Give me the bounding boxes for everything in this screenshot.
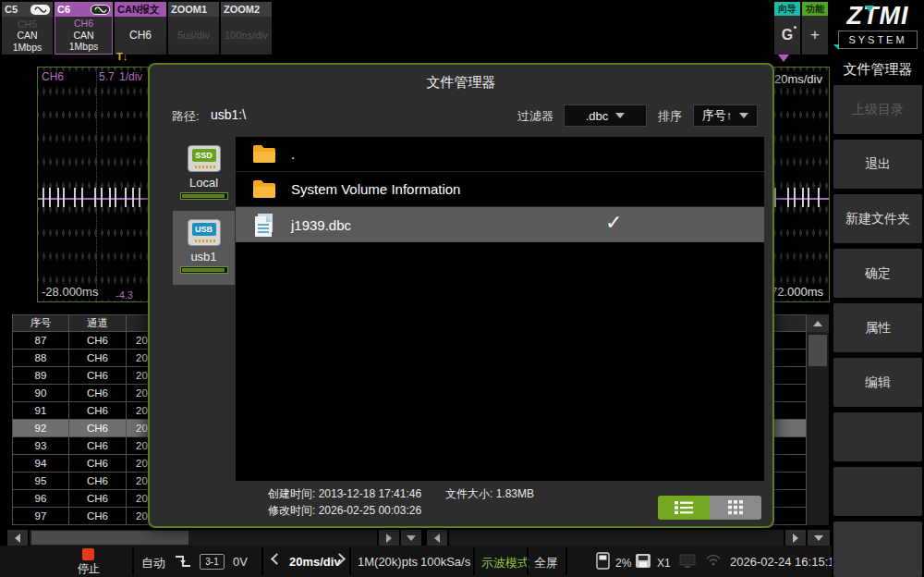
drive-badge: SSD	[192, 149, 216, 162]
sidebar-button-parent-dir[interactable]: 上级目录	[833, 85, 922, 134]
filter-label: 过滤器	[517, 108, 553, 125]
stop-indicator-icon[interactable]	[82, 548, 94, 560]
sidebar-button-empty-2[interactable]	[833, 467, 922, 516]
sidebar-button-confirm[interactable]: 确定	[833, 249, 922, 298]
table-vertical-scrollbar[interactable]	[807, 314, 829, 525]
function-button[interactable]: 功能 +	[802, 2, 828, 55]
timebase-value[interactable]: 20ms/div	[289, 555, 341, 569]
file-name: j1939.dbc	[291, 217, 351, 233]
filter-dropdown[interactable]: .dbc	[564, 104, 647, 127]
ssd-drive-icon: SSD	[188, 145, 221, 172]
trigger-source-box[interactable]: 3-1	[200, 554, 225, 570]
table-cell: 95	[12, 473, 69, 490]
sidebar-button-empty-3[interactable]	[833, 522, 922, 577]
scrollbar-track[interactable]	[30, 530, 377, 546]
left-arrow-icon	[15, 534, 20, 543]
memory-depth-label[interactable]: 1M(20k)pts	[358, 555, 418, 569]
table-cell: 91	[12, 402, 69, 420]
tab-c5-line: CH5	[2, 18, 53, 31]
timebase-decrease-icon[interactable]	[271, 553, 283, 565]
sidebar-button-edit[interactable]: 编辑	[833, 358, 922, 407]
scroll-up-button[interactable]	[807, 314, 829, 332]
drive-badge: USB	[192, 223, 216, 236]
drive-item-local[interactable]: SSDLocal	[173, 137, 235, 211]
tab-zoom2-header: ZOOM2	[221, 2, 272, 17]
sort-dropdown[interactable]: 序号↑	[693, 104, 758, 127]
scroll-down-button[interactable]	[401, 530, 421, 546]
sidebar-button-exit[interactable]: 退出	[833, 140, 922, 189]
table-horizontal-scrollbar-left[interactable]	[7, 530, 419, 546]
tab-zoom2[interactable]: ZOOM2 100ns/div	[221, 2, 272, 55]
signal-tick	[49, 188, 51, 207]
dialog-path-row: 路径: usb1:\ 过滤器 .dbc 排序 序号↑	[150, 104, 772, 128]
scrollbar-track[interactable]	[449, 530, 784, 546]
tab-c6-active[interactable]: C6 CH6 CAN 1Mbps	[55, 2, 113, 55]
divider	[132, 547, 134, 575]
drive-pins	[195, 239, 215, 242]
sort-label: 排序	[658, 108, 682, 125]
scroll-right-button[interactable]	[379, 530, 399, 546]
brand-logo-text: ZTMI	[833, 2, 922, 30]
trigger-level-label[interactable]: 0V	[233, 555, 248, 569]
sidebar-button-properties[interactable]: 属性	[833, 303, 922, 352]
scrollbar-thumb[interactable]	[31, 531, 188, 545]
wizard-button-label: 向导	[774, 2, 800, 16]
file-row[interactable]: System Volume Information	[236, 172, 764, 207]
sidebar-title: 文件管理器	[832, 55, 924, 83]
tab-c5-line: 1Mbps	[2, 42, 53, 54]
signal-tick	[787, 188, 789, 207]
sidebar-menu: 文件管理器 上级目录退出新建文件夹确定属性编辑	[832, 55, 924, 577]
run-stop-label[interactable]: 停止	[69, 561, 108, 577]
usb-drive-icon: USB	[188, 219, 221, 246]
signal-tick	[808, 188, 809, 207]
trigger-time-marker-icon[interactable]: T↓	[116, 51, 128, 62]
drive-item-usb1[interactable]: USBusb1	[173, 211, 235, 285]
trigger-position-marker-icon[interactable]	[778, 55, 789, 62]
tab-zoom1[interactable]: ZOOM1 5us/div	[168, 2, 219, 55]
tab-c6-header: C6	[55, 2, 113, 17]
folder-icon	[252, 144, 276, 164]
time-left-label: -28.000ms	[42, 285, 98, 299]
left-arrow-icon	[434, 534, 440, 543]
timebase-label: 20ms/div	[774, 72, 822, 86]
tab-c5[interactable]: C5 CH5 CAN 1Mbps	[2, 2, 53, 55]
table-cell: 92	[12, 420, 69, 437]
signal-tick	[57, 188, 59, 207]
list-view-button[interactable]	[658, 496, 710, 520]
tab-can-header: CAN报文	[115, 2, 166, 17]
grid-view-button[interactable]	[710, 496, 761, 520]
tab-zoom1-title: ZOOM1	[171, 4, 207, 15]
scroll-left-button[interactable]	[427, 530, 447, 546]
scroll-down-button[interactable]	[808, 530, 830, 546]
table-horizontal-scrollbar-right[interactable]	[427, 530, 830, 546]
trigger-edge-icon[interactable]	[174, 553, 192, 570]
scrollbar-thumb[interactable]	[808, 335, 827, 366]
right-arrow-icon	[793, 534, 798, 543]
down-arrow-icon	[407, 535, 416, 541]
tab-c5-line: CAN	[2, 30, 53, 42]
plus-icon: +	[802, 16, 828, 55]
scroll-left-button[interactable]	[7, 530, 28, 546]
sidebar-button-empty-1[interactable]	[833, 412, 922, 461]
table-cell: 94	[12, 455, 69, 473]
file-icon	[251, 213, 277, 238]
tab-can-message[interactable]: CAN报文 CH6	[115, 2, 166, 55]
trigger-mode-label[interactable]: 自动	[141, 555, 165, 571]
disk-icon	[635, 553, 651, 569]
divider	[565, 547, 567, 575]
fullscreen-label[interactable]: 全屏	[534, 555, 558, 571]
scroll-right-button[interactable]	[785, 530, 806, 546]
file-row[interactable]: j1939.dbc✓	[236, 207, 764, 242]
table-cell: CH6	[69, 508, 127, 525]
tab-zoom2-title: ZOOM2	[224, 4, 260, 15]
table-cell: CH6	[69, 402, 127, 420]
sidebar-button-new-folder[interactable]: 新建文件夹	[833, 194, 922, 243]
datetime-label: 2026-02-24 16:15:18	[730, 555, 842, 569]
file-row[interactable]: .	[236, 137, 764, 172]
magnify-label[interactable]: X1	[657, 557, 671, 570]
wizard-button[interactable]: 向导 G	[774, 2, 800, 55]
scope-mode-label[interactable]: 示波模式	[481, 555, 529, 571]
scale-value: 5.7	[99, 70, 115, 83]
sample-rate-label[interactable]: 100kSa/s	[420, 555, 470, 569]
table-cell: 97	[12, 508, 69, 525]
